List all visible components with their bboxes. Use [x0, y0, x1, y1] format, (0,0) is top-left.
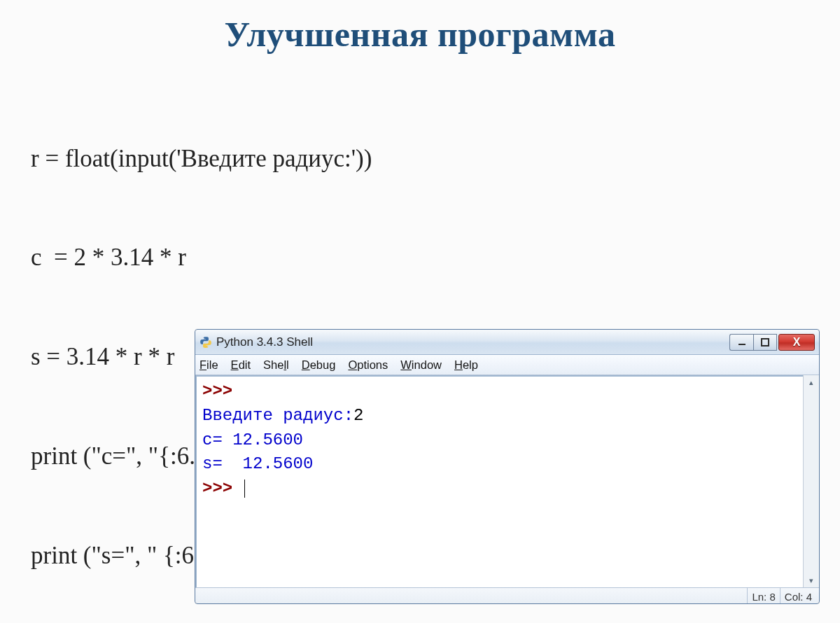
shell-output-line: s= 12.5600	[202, 454, 313, 473]
status-line: Ln: 8	[747, 588, 779, 604]
menu-shell[interactable]: Shell	[263, 358, 289, 372]
menu-options[interactable]: Options	[348, 358, 388, 372]
status-column: Col: 4	[780, 588, 816, 604]
maximize-button[interactable]	[753, 334, 777, 351]
prompt-icon: >>>	[202, 479, 232, 498]
svg-rect-0	[738, 344, 746, 345]
shell-input-prompt: Введите радиус:	[202, 406, 354, 425]
close-button[interactable]: X	[778, 334, 815, 351]
python-app-icon	[200, 336, 212, 349]
scroll-down-icon[interactable]: ▾	[804, 573, 819, 587]
svg-rect-1	[762, 339, 769, 346]
shell-client-area: >>> Введите радиус:2 c= 12.5600 s= 12.56…	[195, 375, 819, 587]
shell-user-input: 2	[354, 406, 363, 425]
code-line: c = 2 * 3.14 * r	[31, 241, 812, 274]
window-title: Python 3.4.3 Shell	[216, 335, 729, 349]
prompt-icon: >>>	[202, 382, 232, 400]
slide-title: Улучшенная программа	[28, 14, 812, 55]
minimize-button[interactable]	[729, 334, 753, 351]
menu-window[interactable]: Window	[400, 358, 442, 372]
menu-file[interactable]: File	[200, 358, 218, 372]
window-titlebar[interactable]: Python 3.4.3 Shell X	[195, 330, 819, 355]
menu-debug[interactable]: Debug	[302, 358, 336, 372]
text-cursor-icon	[244, 479, 245, 498]
menu-help[interactable]: Help	[454, 358, 478, 372]
python-shell-window: Python 3.4.3 Shell X File Edit Shell Deb…	[195, 329, 820, 604]
shell-output[interactable]: >>> Введите радиус:2 c= 12.5600 s= 12.56…	[195, 375, 803, 587]
vertical-scrollbar[interactable]: ▴ ▾	[803, 375, 819, 587]
slide: Улучшенная программа r = float(input('Вв…	[0, 0, 840, 623]
window-control-group: X	[729, 334, 815, 351]
shell-output-line: c= 12.5600	[202, 430, 303, 449]
scroll-up-icon[interactable]: ▴	[804, 375, 819, 389]
code-line: r = float(input('Введите радиус:'))	[31, 142, 812, 175]
status-bar: Ln: 8 Col: 4	[195, 587, 819, 604]
menu-edit[interactable]: Edit	[231, 358, 251, 372]
menu-bar: File Edit Shell Debug Options Window Hel…	[195, 355, 819, 375]
